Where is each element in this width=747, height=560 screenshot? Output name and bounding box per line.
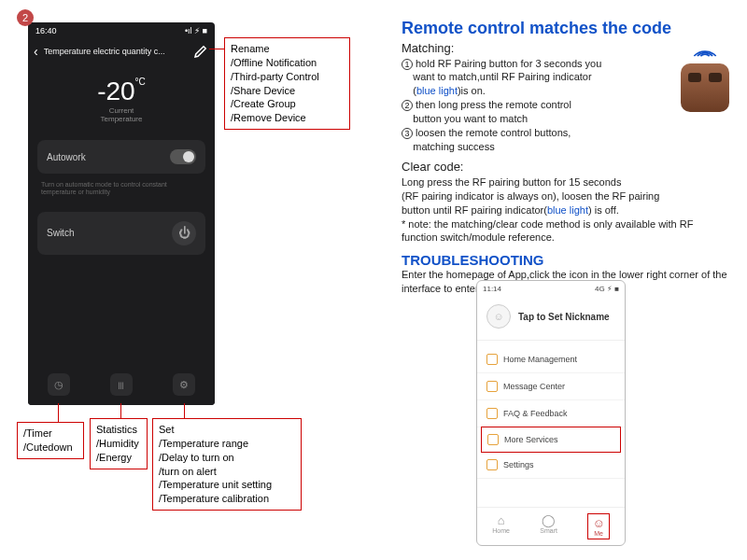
- callout-line: Set: [159, 423, 295, 437]
- step3: 3loosen the remote control buttons, matc…: [402, 126, 728, 154]
- clear-label: Clear code:: [402, 159, 728, 175]
- list-item[interactable]: Home Management: [477, 346, 625, 373]
- settings-icon: [486, 459, 498, 470]
- callout-connector: [120, 403, 121, 418]
- page-title: Temperature electric quantity c...: [44, 47, 192, 56]
- callout-line: /Cutedown: [23, 441, 78, 455]
- temperature-unit: °C: [135, 77, 146, 87]
- nickname-label: Tap to Set Nickname: [518, 312, 610, 322]
- callout-line: /Energy: [96, 451, 141, 465]
- message-icon: [486, 381, 498, 392]
- tab-bar: ⌂Home ◯Smart ☺Me: [477, 507, 625, 545]
- autowork-row[interactable]: Autowork: [37, 140, 205, 174]
- status-time: 16:40: [35, 26, 57, 35]
- troubleshooting-title: TROUBLESHOOTING: [402, 252, 728, 268]
- callout-line: /Remove Device: [231, 111, 344, 125]
- clear-text: Long press the RF pairing button for 15 …: [402, 175, 728, 217]
- callout-line: Statistics: [96, 423, 141, 437]
- current-label: Current: [28, 106, 215, 115]
- list-item[interactable]: Settings: [477, 452, 625, 479]
- callout-line: /turn on alert: [159, 465, 295, 479]
- status-time: 11:14: [483, 285, 501, 293]
- list-item[interactable]: FAQ & Feedback: [477, 400, 625, 427]
- home-icon: ⌂: [492, 513, 510, 527]
- temperature-label: Temperature: [28, 115, 215, 123]
- services-icon: [487, 434, 499, 445]
- callout-line: /Humidity: [96, 437, 141, 451]
- callout-line: /Temperature calibration: [159, 492, 295, 506]
- faq-icon: [486, 408, 498, 419]
- status-signal: 4G ⚡︎ ■: [595, 285, 619, 293]
- phone-profile-screen: 11:14 4G ⚡︎ ■ ☺ Tap to Set Nickname Home…: [476, 280, 626, 546]
- switch-row[interactable]: Switch ⏻: [37, 212, 205, 255]
- callout-line: /Timer: [23, 427, 78, 441]
- callout-line: Rename: [231, 42, 344, 56]
- callout-line: /Offline Notification: [231, 56, 344, 70]
- phone-footer: ◷ ⫼ ⚙: [28, 364, 215, 405]
- tab-home[interactable]: ⌂Home: [492, 513, 510, 539]
- stats-icon[interactable]: ⫼: [110, 373, 133, 396]
- status-bar: 11:14 4G ⚡︎ ■: [477, 281, 625, 297]
- tab-smart[interactable]: ◯Smart: [540, 513, 557, 539]
- remote-illustration: [675, 42, 736, 112]
- edit-icon[interactable]: [192, 43, 209, 60]
- timer-callout: /Timer /Cutedown: [17, 422, 84, 459]
- smart-icon: ◯: [540, 513, 557, 527]
- callout-line: /Temperature unit setting: [159, 478, 295, 492]
- rf-note: * note: the matching/clear code method i…: [402, 217, 728, 245]
- status-bar: 16:40 •ıl ⚡︎ ■: [28, 22, 215, 39]
- callout-line: /Delay to turn on: [159, 451, 295, 465]
- callout-connector: [58, 403, 59, 422]
- autowork-note: Turn on automatic mode to control consta…: [28, 181, 215, 204]
- back-icon[interactable]: ‹: [34, 44, 38, 59]
- callout-line: /Share Device: [231, 84, 344, 98]
- home-mgmt-icon: [486, 354, 498, 365]
- remote-title: Remote control matches the code: [402, 19, 728, 38]
- settings-icon[interactable]: ⚙: [173, 373, 195, 396]
- tab-me[interactable]: ☺Me: [587, 513, 609, 539]
- temperature-display: -20°C Current Temperature: [28, 63, 215, 133]
- temperature-value: -20: [97, 77, 134, 105]
- me-icon: ☺: [592, 516, 604, 530]
- autowork-toggle[interactable]: [170, 149, 196, 164]
- settings-list: Home Management Message Center FAQ & Fee…: [477, 341, 625, 484]
- avatar-icon: ☺: [486, 304, 511, 329]
- callout-line: /Create Group: [231, 97, 344, 111]
- wifi-icon: [692, 40, 718, 61]
- app-header: ‹ Temperature electric quantity c...: [28, 39, 215, 63]
- callout-line: /Temperature range: [159, 437, 295, 451]
- profile-header[interactable]: ☺ Tap to Set Nickname: [477, 297, 625, 341]
- autowork-label: Autowork: [47, 152, 86, 162]
- switch-label: Switch: [47, 228, 74, 238]
- callout-connector: [209, 49, 224, 49]
- list-item-more-services[interactable]: More Services: [481, 427, 621, 453]
- step-badge-2: 2: [17, 9, 34, 26]
- phone-device-screen: 16:40 •ıl ⚡︎ ■ ‹ Temperature electric qu…: [28, 22, 215, 405]
- edit-callout: Rename /Offline Notification /Third-part…: [224, 37, 350, 130]
- remote-body: [681, 63, 729, 112]
- stats-callout: Statistics /Humidity /Energy: [90, 418, 148, 469]
- timer-icon[interactable]: ◷: [48, 373, 70, 396]
- set-callout: Set /Temperature range /Delay to turn on…: [152, 418, 302, 511]
- callout-connector: [184, 403, 185, 418]
- callout-line: /Third-party Control: [231, 70, 344, 84]
- power-icon[interactable]: ⏻: [172, 221, 196, 245]
- status-signal: •ıl ⚡︎ ■: [185, 26, 207, 35]
- list-item[interactable]: Message Center: [477, 373, 625, 400]
